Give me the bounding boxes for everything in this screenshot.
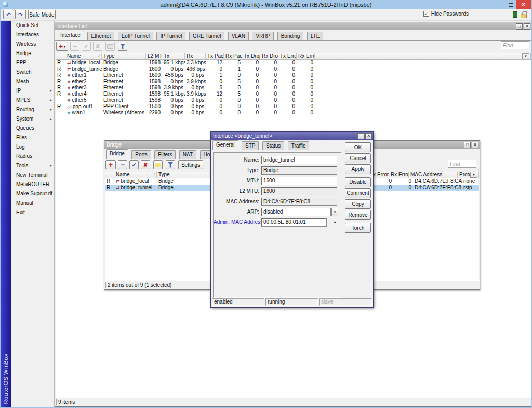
- close-button[interactable]: ✕: [516, 0, 531, 9]
- close-icon[interactable]: ✕: [524, 23, 530, 30]
- sidebar-item-mpls[interactable]: MPLS: [11, 96, 54, 105]
- remove-button[interactable]: −: [118, 160, 127, 169]
- dropdown-arrow-icon[interactable]: ▼: [331, 208, 338, 216]
- table-row[interactable]: Rether3Ethernet15983.9 kbps0 bps500000: [56, 85, 531, 91]
- tab-nat[interactable]: NAT: [179, 150, 196, 159]
- column-rx-errors[interactable]: Rx Errors: [389, 172, 409, 178]
- undo-button[interactable]: ↶: [3, 10, 14, 19]
- add-button[interactable]: +: [105, 160, 116, 169]
- sidebar-item-interfaces[interactable]: Interfaces: [11, 30, 54, 40]
- table-row[interactable]: ether5Ethernet15980 bps0 bps000000: [56, 97, 531, 103]
- restore-icon[interactable]: □: [464, 142, 471, 148]
- column-rx-packet[interactable]: Rx Pac...: [224, 53, 242, 59]
- sidebar-item-quick-set[interactable]: Quick Set: [11, 21, 54, 30]
- tab-ports[interactable]: Ports: [131, 150, 151, 159]
- sidebar-item-manual[interactable]: Manual: [11, 199, 54, 208]
- sidebar-item-mesh[interactable]: Mesh: [11, 77, 54, 86]
- apply-button[interactable]: Apply: [345, 164, 371, 174]
- sidebar-item-log[interactable]: Log: [11, 142, 54, 152]
- comment-button[interactable]: [153, 160, 163, 169]
- enable-button[interactable]: ✔: [82, 42, 91, 51]
- column-flags[interactable]: [56, 53, 65, 59]
- column-name[interactable]: Name∕: [114, 172, 157, 178]
- remove-button[interactable]: −: [70, 42, 79, 51]
- column-name[interactable]: Name∕: [65, 53, 102, 59]
- column-l2mtu[interactable]: L2 MTU: [146, 53, 162, 59]
- restore-icon[interactable]: □: [516, 23, 523, 30]
- tab-status[interactable]: Status: [262, 141, 284, 150]
- close-icon[interactable]: ✕: [365, 133, 372, 139]
- filter-button[interactable]: [118, 42, 127, 51]
- column-tx-drops[interactable]: Tx Drops: [242, 53, 260, 59]
- sidebar-item-tools[interactable]: Tools: [11, 161, 54, 170]
- table-row[interactable]: Rppp-out1PPP Client15000 bps0 bps000000: [56, 103, 531, 110]
- columns-dropdown-button[interactable]: ▼: [470, 172, 477, 178]
- column-flags[interactable]: [105, 172, 114, 178]
- table-row[interactable]: Rbridge_tunnelBridge16000 bps496 bps0100…: [56, 66, 531, 72]
- hide-passwords-checkbox[interactable]: ✓ Hide Passwords: [423, 11, 469, 17]
- find-input[interactable]: [501, 41, 529, 49]
- collapse-up-icon[interactable]: ▲: [333, 220, 337, 224]
- sidebar-item-system[interactable]: System: [11, 114, 54, 124]
- tab-stp[interactable]: STP: [242, 141, 259, 150]
- sidebar-item-ip[interactable]: IP: [11, 86, 54, 96]
- main-titlebar[interactable]: admin@D4:CA:6D:7E:F8:C9 (MikroTik) - Win…: [1, 0, 531, 9]
- remove-button[interactable]: Remove: [345, 210, 371, 220]
- filter-button[interactable]: [166, 160, 175, 169]
- sidebar-item-bridge[interactable]: Bridge: [11, 49, 54, 58]
- restore-icon[interactable]: □: [357, 133, 364, 139]
- tab-bridge[interactable]: Bridge: [106, 149, 128, 159]
- column-rx[interactable]: Rx: [185, 53, 206, 59]
- sidebar-item-files[interactable]: Files: [11, 133, 54, 142]
- copy-button[interactable]: Copy: [345, 199, 371, 209]
- name-field[interactable]: bridge_tunnel: [261, 156, 337, 164]
- sidebar-item-new-terminal[interactable]: New Terminal: [11, 170, 54, 180]
- comment-button[interactable]: Comment: [345, 188, 371, 198]
- table-row[interactable]: wlan1Wireless (Atheros 11N)22900 bps0 bp…: [56, 110, 531, 116]
- column-rx-errors[interactable]: Rx Errors: [297, 53, 315, 59]
- torch-button[interactable]: Torch: [345, 223, 371, 233]
- arp-select[interactable]: disabled: [261, 208, 331, 216]
- sidebar-item-ppp[interactable]: PPP: [11, 58, 54, 68]
- columns-dropdown-button[interactable]: ▼: [522, 53, 529, 59]
- close-icon[interactable]: ✕: [472, 142, 478, 148]
- tab-lte[interactable]: LTE: [307, 32, 324, 40]
- disable-button[interactable]: Disable: [345, 177, 371, 187]
- sidebar-item-wireless[interactable]: Wireless: [11, 40, 54, 49]
- settings-button[interactable]: Settings: [178, 160, 203, 169]
- mtu-field[interactable]: 1500: [261, 177, 337, 185]
- tab-interface[interactable]: Interface: [57, 31, 84, 40]
- ok-button[interactable]: OK: [345, 142, 371, 152]
- find-input[interactable]: [448, 160, 476, 168]
- table-row[interactable]: Rether1Ethernet1600456 bps0 bps100000: [56, 72, 531, 78]
- tab-ip-tunnel[interactable]: IP Tunnel: [156, 32, 185, 40]
- tab-traffic[interactable]: Traffic: [288, 141, 309, 150]
- interface-list-titlebar[interactable]: Interface List □ ✕: [55, 22, 531, 30]
- add-button[interactable]: +▾: [56, 42, 68, 51]
- tab-filters[interactable]: Filters: [154, 150, 176, 159]
- tab-ethernet[interactable]: Ethernet: [87, 32, 114, 40]
- redo-button[interactable]: ↷: [15, 10, 26, 19]
- admin-mac-address-field[interactable]: 00:00:5E:80:01:01: [261, 218, 327, 227]
- column-tx-packet[interactable]: Tx Pac...: [206, 53, 224, 59]
- tab-general[interactable]: General: [212, 140, 238, 150]
- tab-bonding[interactable]: Bonding: [277, 32, 304, 40]
- column-mac-address[interactable]: MAC Address: [409, 172, 458, 178]
- tab-vlan[interactable]: VLAN: [228, 32, 249, 40]
- column-tx[interactable]: Tx: [162, 53, 185, 59]
- table-row[interactable]: Rether4Ethernet159895.1 kbps3.9 kbps1250…: [56, 91, 531, 97]
- column-type[interactable]: Type: [157, 172, 198, 178]
- sidebar-item-switch[interactable]: Switch: [11, 68, 54, 77]
- sidebar-item-metarouter[interactable]: MetaROUTER: [11, 180, 54, 189]
- dialog-titlebar[interactable]: Interface <bridge_tunnel> □ ✕: [211, 132, 373, 140]
- tab-gre-tunnel[interactable]: GRE Tunnel: [189, 32, 224, 40]
- column-rx-drops[interactable]: Rx Drops: [260, 53, 278, 59]
- tab-eoip-tunnel[interactable]: EoIP Tunnel: [118, 32, 153, 40]
- sidebar-item-queues[interactable]: Queues: [11, 124, 54, 133]
- enable-button[interactable]: ✔: [129, 160, 139, 169]
- column-type[interactable]: Type: [102, 53, 146, 59]
- disable-button[interactable]: ✘: [93, 42, 102, 51]
- tab-vrrp[interactable]: VRRP: [252, 32, 274, 40]
- minimize-button[interactable]: —: [495, 2, 506, 7]
- sidebar-item-make-supout[interactable]: Make Supout.rif: [11, 189, 54, 199]
